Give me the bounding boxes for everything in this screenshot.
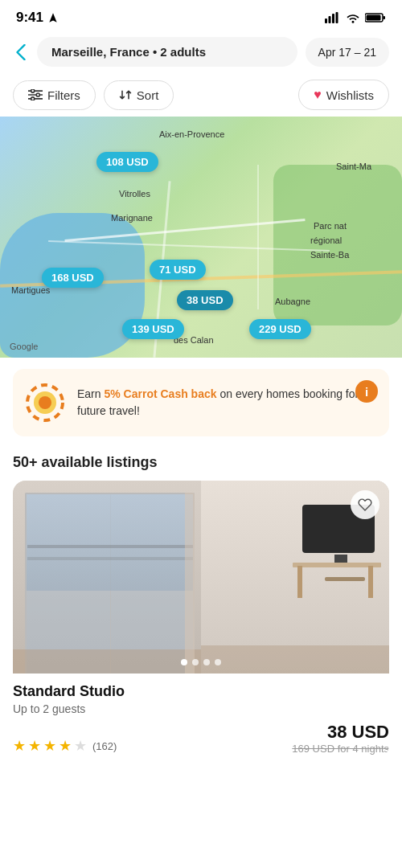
star-2: ★ [28,737,41,755]
svg-rect-0 [325,18,327,23]
price-pin-108[interactable]: 108 USD [96,152,158,172]
price-total: 169 USD for 4 nights [292,743,389,755]
price-block: 38 USD 169 USD for 4 nights [292,722,389,755]
map-label-vitrolles: Vitrolles [119,189,150,199]
price-pin-71[interactable]: 71 USD [150,260,206,280]
svg-point-15 [39,396,51,409]
svg-rect-5 [384,16,386,19]
review-count: (162) [92,740,117,752]
carrot-text: Earn 5% Carrot Cash back on every homes … [77,386,378,420]
stars-row: ★ ★ ★ ★ ★ (162) [13,737,117,755]
listings-count: 50+ available listings [0,448,402,481]
heart-icon: ♥ [314,88,322,102]
map-label-parc: Parc nat [314,221,347,231]
status-time: 9:41 [16,10,43,26]
sort-label: Sort [137,88,159,102]
carrot-cash-icon [24,382,66,424]
map-label-aix: Aix-en-Provence [159,129,224,139]
search-location: Marseille, France • 2 adults [51,45,283,59]
wifi-icon [346,12,360,23]
wishlists-label: Wishlists [326,88,374,102]
map-label-marignane: Marignane [111,213,153,223]
carrot-banner: Earn 5% Carrot Cash back on every homes … [13,369,389,436]
listing-info: Standard Studio Up to 2 guests ★ ★ ★ ★ ★… [13,674,389,758]
map-label-regional: régional [310,235,342,245]
search-bar-row: Marseille, France • 2 adults Apr 17 – 21 [0,31,402,73]
price-pin-38[interactable]: 38 USD [177,290,233,310]
listing-image[interactable] [13,481,389,674]
status-bar: 9:41 [0,0,402,31]
image-dots [181,659,221,665]
star-4: ★ [59,737,72,755]
map-label-martigues: Martigues [11,285,50,295]
listing-card: Standard Studio Up to 2 guests ★ ★ ★ ★ ★… [13,481,389,758]
filters-label: Filters [47,88,80,102]
sort-button[interactable]: Sort [104,80,174,110]
google-logo: Google [10,342,38,351]
battery-icon [365,12,386,23]
svg-point-12 [31,97,35,100]
filters-button[interactable]: Filters [13,80,96,110]
svg-rect-3 [336,12,338,23]
map-label-saintma: Saint-Ma [336,162,371,171]
dot-3 [203,659,210,665]
svg-point-10 [36,93,39,96]
dot-1 [181,659,187,665]
star-5: ★ [74,737,87,755]
filters-icon [28,89,43,100]
listing-subtitle: Up to 2 guests [13,702,389,715]
info-button[interactable]: i [355,380,378,403]
star-3: ★ [43,737,56,755]
search-pill[interactable]: Marseille, France • 2 adults [37,37,297,67]
svg-rect-1 [329,16,331,23]
sort-icon [119,88,132,101]
map-label-aubagne: Aubagne [275,297,310,306]
date-pill[interactable]: Apr 17 – 21 [306,38,389,67]
status-icons [325,12,386,23]
price-main: 38 USD [292,722,389,743]
filter-row: Filters Sort ♥ Wishlists [0,73,402,117]
wishlist-heart-button[interactable] [351,490,379,519]
price-pin-229[interactable]: 229 USD [249,319,311,339]
dot-2 [192,659,199,665]
listing-bottom: ★ ★ ★ ★ ★ (162) 38 USD 169 USD for 4 nig… [13,722,389,755]
listing-title: Standard Studio [13,683,389,700]
wishlists-button[interactable]: ♥ Wishlists [298,80,389,110]
price-pin-168[interactable]: 168 USD [42,268,104,288]
back-button[interactable] [13,41,29,63]
map-container[interactable]: Aix-en-Provence Vitrolles Marignane Mart… [0,117,402,358]
price-pin-139[interactable]: 139 USD [122,319,184,339]
location-arrow-icon [47,12,59,23]
svg-rect-6 [367,15,381,21]
svg-point-8 [31,89,35,92]
dot-4 [215,659,221,665]
svg-rect-2 [332,14,334,23]
map-label-sainte: Sainte-Ba [310,250,349,260]
star-1: ★ [13,737,26,755]
signal-icon [325,12,341,23]
image-left-panel [13,481,201,674]
